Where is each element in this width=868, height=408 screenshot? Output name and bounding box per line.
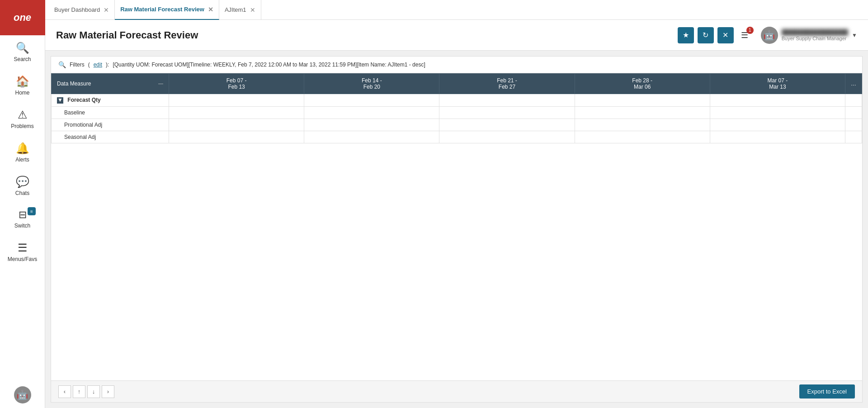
menu-icon: ☰ bbox=[18, 242, 28, 254]
user-name: ████████████████ bbox=[782, 29, 848, 36]
logo-text: one bbox=[14, 12, 31, 24]
user-info: ████████████████ Buyer Supply Chain Mana… bbox=[782, 29, 848, 41]
cell-promotional-adj-label: Promotional Adj bbox=[52, 119, 169, 131]
grid-header-row: Data Measure — Feb 07 -Feb 13 Feb 14 -Fe… bbox=[52, 74, 862, 94]
menu-button[interactable]: ☰ 1 bbox=[737, 28, 752, 42]
home-icon: 🏠 bbox=[16, 75, 29, 88]
filter-edit-paren-close: ): bbox=[106, 62, 109, 68]
cell-baseline-more bbox=[845, 106, 862, 119]
switch-icon: ⊟ bbox=[19, 209, 27, 221]
table-row-forecast-qty: ▼ Forecast Qty bbox=[52, 94, 862, 107]
sidebar-bottom-avatar[interactable]: 🤖 bbox=[14, 386, 31, 408]
cell-forecast-qty-feb14 bbox=[304, 94, 439, 107]
next-page-button[interactable]: › bbox=[102, 385, 114, 398]
cell-baseline-mar07 bbox=[710, 106, 845, 119]
bottom-avatar[interactable]: 🤖 bbox=[14, 386, 31, 403]
forecast-qty-text: Forecast Qty bbox=[67, 97, 100, 103]
filter-bar: 🔍 Filters ( edit ): [Quantity UOM: Forec… bbox=[51, 57, 862, 73]
tab-close-buyer-dashboard[interactable]: ✕ bbox=[104, 6, 109, 14]
sidebar-item-search[interactable]: 🔍 Search bbox=[0, 35, 45, 69]
scroll-up-button[interactable]: ↑ bbox=[73, 385, 85, 398]
col-header-feb28: Feb 28 -Mar 06 bbox=[575, 74, 710, 94]
tab-label-buyer-dashboard: Buyer Dashboard bbox=[54, 6, 100, 13]
favorite-button[interactable]: ★ bbox=[678, 27, 694, 43]
cell-forecast-qty-feb21 bbox=[439, 94, 575, 107]
collapse-all-btn[interactable]: — bbox=[158, 81, 163, 86]
switch-badge: ≡ bbox=[28, 207, 36, 215]
header-actions: ★ ↻ ✕ ☰ 1 🤖 ████████████████ Buyer Suppl… bbox=[678, 27, 857, 44]
cell-seasonal-adj-feb28 bbox=[575, 131, 710, 143]
col-header-mar07: Mar 07 -Mar 13 bbox=[710, 74, 845, 94]
tab-bar: Buyer Dashboard ✕ Raw Material Forecast … bbox=[45, 0, 868, 20]
sidebar-item-chats[interactable]: 💬 Chats bbox=[0, 169, 45, 203]
footer-bar: ‹ ↑ ↓ › Export to Excel bbox=[51, 380, 862, 402]
notification-badge: 1 bbox=[746, 27, 754, 34]
cell-seasonal-adj-more bbox=[845, 131, 862, 143]
filter-edit-link[interactable]: edit bbox=[94, 62, 102, 68]
sidebar-label-home: Home bbox=[15, 90, 29, 96]
cell-baseline-feb14 bbox=[304, 106, 439, 119]
col-label-feb07: Feb 07 -Feb 13 bbox=[226, 77, 247, 90]
col-header-feb21: Feb 21 -Feb 27 bbox=[439, 74, 575, 94]
refresh-button[interactable]: ↻ bbox=[698, 27, 714, 43]
pagination: ‹ ↑ ↓ › bbox=[58, 385, 114, 398]
scroll-down-button[interactable]: ↓ bbox=[87, 385, 100, 398]
tab-close-raw-material[interactable]: ✕ bbox=[208, 6, 213, 13]
tab-raw-material[interactable]: Raw Material Forecast Review ✕ bbox=[115, 0, 219, 20]
content-area: 🔍 Filters ( edit ): [Quantity UOM: Forec… bbox=[45, 51, 868, 408]
cell-baseline-feb07 bbox=[169, 106, 304, 119]
cell-forecast-qty-label: ▼ Forecast Qty bbox=[52, 94, 169, 107]
tab-ajitem1[interactable]: AJItem1 ✕ bbox=[219, 0, 261, 20]
cell-promotional-adj-feb07 bbox=[169, 119, 304, 131]
export-excel-button[interactable]: Export to Excel bbox=[799, 384, 855, 399]
promotional-adj-text: Promotional Adj bbox=[64, 122, 102, 128]
col-label-mar07: Mar 07 -Mar 13 bbox=[768, 77, 788, 90]
baseline-text: Baseline bbox=[64, 109, 85, 116]
search-icon: 🔍 bbox=[16, 42, 29, 54]
content-inner: 🔍 Filters ( edit ): [Quantity UOM: Forec… bbox=[51, 56, 863, 403]
app-logo[interactable]: one bbox=[0, 0, 45, 35]
col-header-feb14: Feb 14 -Feb 20 bbox=[304, 74, 439, 94]
user-role: Buyer Supply Chain Manager bbox=[782, 36, 848, 41]
sidebar-item-switch[interactable]: ⊟ ≡ Switch bbox=[0, 203, 45, 235]
table-row-promotional-adj: Promotional Adj bbox=[52, 119, 862, 131]
cell-promotional-adj-mar07 bbox=[710, 119, 845, 131]
cell-promotional-adj-feb21 bbox=[439, 119, 575, 131]
tab-buyer-dashboard[interactable]: Buyer Dashboard ✕ bbox=[49, 0, 115, 20]
cell-promotional-adj-more bbox=[845, 119, 862, 131]
tab-close-ajitem1[interactable]: ✕ bbox=[250, 6, 255, 14]
prev-page-button[interactable]: ‹ bbox=[58, 385, 71, 398]
cell-seasonal-adj-label: Seasonal Adj bbox=[52, 131, 169, 143]
filter-label: Filters bbox=[70, 62, 85, 68]
cell-seasonal-adj-feb14 bbox=[304, 131, 439, 143]
col-label-data-measure: Data Measure bbox=[57, 81, 91, 87]
sidebar-item-problems[interactable]: ⚠ Problems bbox=[0, 102, 45, 136]
user-dropdown-arrow[interactable]: ▼ bbox=[852, 32, 857, 38]
cell-forecast-qty-more bbox=[845, 94, 862, 107]
user-avatar: 🤖 bbox=[761, 27, 778, 44]
main-area: Buyer Dashboard ✕ Raw Material Forecast … bbox=[45, 0, 868, 408]
sidebar-item-menus[interactable]: ☰ Menus/Favs bbox=[0, 235, 45, 269]
collapse-forecast-qty-btn[interactable]: ▼ bbox=[57, 97, 63, 104]
warning-icon: ⚠ bbox=[18, 109, 28, 121]
close-button[interactable]: ✕ bbox=[717, 27, 734, 43]
page-title: Raw Material Forecast Review bbox=[56, 29, 678, 41]
sidebar: one 🔍 Search 🏠 Home ⚠ Problems 🔔 Alerts … bbox=[0, 0, 45, 408]
filter-search-icon: 🔍 bbox=[58, 61, 66, 68]
sidebar-label-switch: Switch bbox=[14, 223, 30, 229]
grid-container: Data Measure — Feb 07 -Feb 13 Feb 14 -Fe… bbox=[51, 73, 862, 380]
col-label-feb14: Feb 14 -Feb 20 bbox=[362, 77, 382, 90]
filter-tags: [Quantity UOM: Forecast UOM][Timeline: W… bbox=[113, 62, 425, 68]
table-row-seasonal-adj: Seasonal Adj bbox=[52, 131, 862, 143]
sidebar-item-home[interactable]: 🏠 Home bbox=[0, 69, 45, 102]
cell-forecast-qty-mar07 bbox=[710, 94, 845, 107]
tab-label-raw-material: Raw Material Forecast Review bbox=[120, 6, 204, 13]
sidebar-label-chats: Chats bbox=[15, 190, 29, 196]
cell-baseline-label: Baseline bbox=[52, 106, 169, 119]
filter-edit-paren-open: ( bbox=[88, 62, 90, 68]
col-label-feb21: Feb 21 -Feb 27 bbox=[497, 77, 517, 90]
cell-promotional-adj-feb28 bbox=[575, 119, 710, 131]
cell-seasonal-adj-mar07 bbox=[710, 131, 845, 143]
sidebar-label-problems: Problems bbox=[11, 123, 34, 129]
sidebar-item-alerts[interactable]: 🔔 Alerts bbox=[0, 136, 45, 169]
